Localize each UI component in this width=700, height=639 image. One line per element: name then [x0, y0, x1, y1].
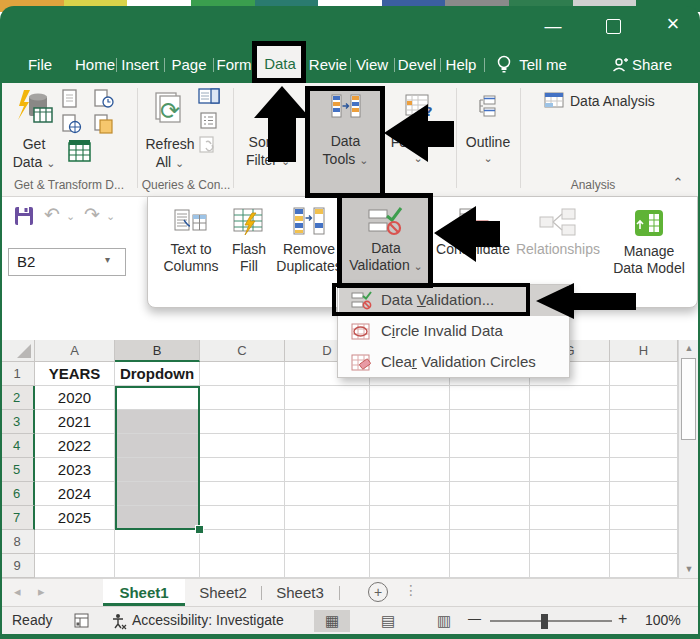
cell-D4[interactable] [285, 434, 370, 458]
cell-E2[interactable] [370, 386, 450, 410]
close-button[interactable]: × [658, 11, 688, 37]
properties-icon[interactable] [200, 112, 218, 130]
column-header-C[interactable]: C [200, 340, 285, 362]
from-web-icon[interactable] [62, 114, 82, 134]
cell-B4[interactable] [115, 434, 200, 458]
tab-home[interactable]: Home [75, 53, 115, 77]
cell-E5[interactable] [370, 458, 450, 482]
share-button[interactable]: Share [630, 53, 674, 77]
tab-data[interactable]: Data [254, 45, 306, 83]
cell-A7[interactable]: 2025 [35, 506, 115, 530]
sheet-more-icon[interactable]: ⋮ [404, 582, 418, 598]
cell-E6[interactable] [370, 482, 450, 506]
outline-button[interactable]: Outline ⌄ [462, 88, 514, 174]
cell-G6[interactable] [530, 482, 610, 506]
zoom-out-button[interactable]: — [468, 611, 481, 626]
cell-E4[interactable] [370, 434, 450, 458]
cell-E7[interactable] [370, 506, 450, 530]
flash-fill-button[interactable]: FlashFill [226, 201, 272, 301]
row-header-1[interactable]: 1 [0, 362, 35, 386]
cell-F6[interactable] [450, 482, 530, 506]
remove-duplicates-button[interactable]: RemoveDuplicates [274, 201, 344, 301]
macro-record-icon[interactable] [74, 613, 90, 629]
cell-H1[interactable] [610, 362, 678, 386]
sheet-tab-sheet3[interactable]: Sheet3 [263, 579, 337, 606]
cell-B3[interactable] [115, 410, 200, 434]
cell-G7[interactable] [530, 506, 610, 530]
cell-A3[interactable]: 2021 [35, 410, 115, 434]
cell-H7[interactable] [610, 506, 678, 530]
zoom-slider-track[interactable] [490, 620, 612, 622]
cell-C6[interactable] [200, 482, 285, 506]
cell-H3[interactable] [610, 410, 678, 434]
vertical-scrollbar-thumb[interactable] [681, 358, 696, 440]
vertical-scrollbar[interactable]: ▲ ▼ [678, 340, 698, 578]
row-header-4[interactable]: 4 [0, 434, 35, 458]
row-header-5[interactable]: 5 [0, 458, 35, 482]
sheet-tab-sheet1[interactable]: Sheet1 [103, 579, 185, 606]
cell-G3[interactable] [530, 410, 610, 434]
cell-D7[interactable] [285, 506, 370, 530]
data-tools-button[interactable]: Data Tools ⌄ [309, 87, 382, 193]
recent-sources-icon[interactable] [94, 89, 114, 109]
cell-C2[interactable] [200, 386, 285, 410]
maximize-button[interactable] [606, 19, 621, 34]
cell-B9[interactable] [115, 554, 200, 578]
row-header-6[interactable]: 6 [0, 482, 35, 506]
row-header-2[interactable]: 2 [0, 386, 35, 410]
cell-H6[interactable] [610, 482, 678, 506]
tab-file[interactable]: File [20, 53, 60, 77]
view-normal-button[interactable]: ▦ [314, 610, 350, 632]
column-header-A[interactable]: A [35, 340, 115, 362]
dropdown-arrow-icon[interactable]: ▾ [105, 254, 110, 265]
chevron-down-icon[interactable]: ⌄ [106, 210, 115, 223]
cell-B5[interactable] [115, 458, 200, 482]
cell-G9[interactable] [530, 554, 610, 578]
cell-C4[interactable] [200, 434, 285, 458]
tab-developer[interactable]: Devel [396, 53, 438, 77]
cell-F5[interactable] [450, 458, 530, 482]
existing-connections-icon[interactable] [94, 114, 114, 134]
cell-F4[interactable] [450, 434, 530, 458]
cell-H8[interactable] [610, 530, 678, 554]
cell-G4[interactable] [530, 434, 610, 458]
manage-data-model-button[interactable]: ManageData Model [606, 201, 692, 301]
cell-E3[interactable] [370, 410, 450, 434]
cell-H2[interactable] [610, 386, 678, 410]
tab-page-layout[interactable]: Page L [166, 53, 212, 77]
sort-filter-button[interactable]: Sort & Filter ⌄ [240, 88, 296, 174]
status-accessibility[interactable]: Accessibility: Investigate [132, 612, 284, 628]
cell-C5[interactable] [200, 458, 285, 482]
add-sheet-button[interactable]: + [368, 582, 388, 602]
cell-A1[interactable]: YEARS [35, 362, 115, 386]
from-table-range-icon[interactable] [68, 139, 92, 163]
cell-A5[interactable]: 2023 [35, 458, 115, 482]
cell-B2[interactable] [115, 386, 200, 410]
row-header-9[interactable]: 9 [0, 554, 35, 578]
cell-D8[interactable] [285, 530, 370, 554]
sheet-tab-sheet2[interactable]: Sheet2 [186, 579, 260, 606]
cell-B6[interactable] [115, 482, 200, 506]
minimize-button[interactable]: — [538, 14, 568, 40]
collapse-ribbon-button[interactable]: ⌃ [668, 175, 688, 190]
cell-E9[interactable] [370, 554, 450, 578]
queries-connections-icon[interactable] [198, 88, 220, 106]
cell-B7[interactable] [115, 506, 200, 530]
cell-A9[interactable] [35, 554, 115, 578]
cell-A4[interactable]: 2022 [35, 434, 115, 458]
fill-handle[interactable] [195, 525, 204, 534]
save-icon[interactable] [14, 206, 34, 226]
cell-A2[interactable]: 2020 [35, 386, 115, 410]
cell-F2[interactable] [450, 386, 530, 410]
undo-button[interactable]: ↶ [44, 203, 60, 226]
cell-E8[interactable] [370, 530, 450, 554]
tab-insert[interactable]: Insert [118, 53, 162, 77]
cell-C8[interactable] [200, 530, 285, 554]
tab-view[interactable]: View [352, 53, 392, 77]
cell-F3[interactable] [450, 410, 530, 434]
view-page-layout-button[interactable]: ▤ [370, 610, 406, 632]
menu-item-data-validation[interactable]: Data Validation... [339, 285, 568, 316]
sheet-nav-left-icon[interactable]: ◂ [14, 584, 21, 599]
cell-F9[interactable] [450, 554, 530, 578]
cell-H4[interactable] [610, 434, 678, 458]
